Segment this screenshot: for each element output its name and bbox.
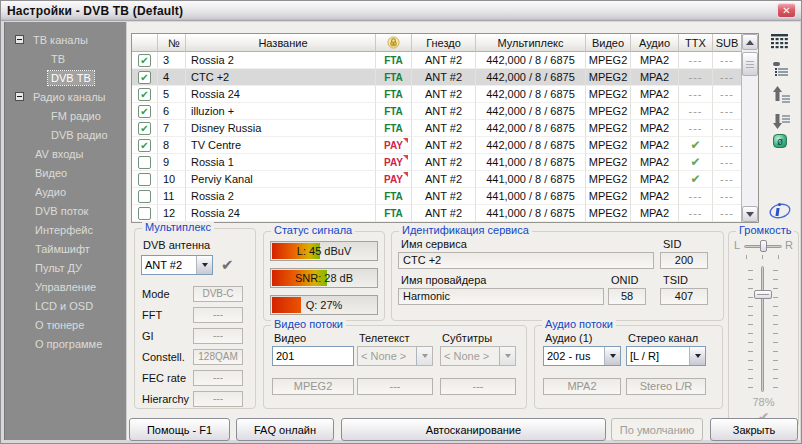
chevron-down-icon[interactable] bbox=[604, 347, 620, 365]
channel-checkbox[interactable]: ✔ bbox=[132, 103, 158, 120]
web-update-icon[interactable] bbox=[770, 131, 790, 151]
channel-row[interactable]: 11Rossia 2FTAANT #2441,000 / 8 / 6875MPE… bbox=[132, 188, 741, 205]
sidebar-item[interactable]: DVB ТВ bbox=[5, 68, 126, 87]
close-button[interactable]: Закрыть bbox=[710, 418, 798, 441]
video-pid-input[interactable]: 201 bbox=[272, 346, 354, 366]
autoscan-button[interactable]: Автосканирование bbox=[341, 418, 606, 441]
channel-row[interactable]: ✔4CTC +2FTAANT #2442,000 / 8 / 6875MPEG2… bbox=[132, 69, 741, 86]
move-up-icon[interactable] bbox=[771, 85, 791, 105]
video-codec-cell: MPEG2 bbox=[586, 205, 631, 222]
scroll-down-icon[interactable] bbox=[742, 206, 758, 222]
channel-row[interactable]: ✔6illuzion +FTAANT #2442,000 / 8 / 6875M… bbox=[132, 103, 741, 120]
channel-checkbox[interactable]: ✔ bbox=[132, 120, 158, 137]
sidebar-item[interactable]: ТВ каналы bbox=[5, 30, 126, 49]
sidebar-item[interactable]: О программе bbox=[5, 334, 126, 353]
sidebar-item[interactable]: DVB поток bbox=[5, 201, 126, 220]
header-name[interactable]: Название bbox=[186, 34, 376, 52]
header-number[interactable]: № bbox=[158, 34, 186, 52]
close-icon[interactable]: ✕ bbox=[777, 3, 796, 18]
video-streams-groupbox: Видео потоки Видео Телетекст Субтитры 20… bbox=[263, 325, 527, 409]
sidebar-item[interactable]: Интерфейс bbox=[5, 220, 126, 239]
volume-slider[interactable] bbox=[761, 266, 764, 392]
tree-collapse-icon[interactable] bbox=[15, 35, 24, 44]
channel-checkbox[interactable]: ✔ bbox=[132, 69, 158, 86]
chevron-down-icon[interactable] bbox=[689, 347, 705, 365]
checkbox-icon[interactable]: ✔ bbox=[138, 54, 151, 67]
titlebar[interactable]: Настройки - DVB ТВ (Default) ✕ bbox=[1, 1, 801, 21]
volume-thumb[interactable] bbox=[754, 290, 772, 299]
tree-collapse-icon[interactable] bbox=[15, 92, 24, 101]
channel-checkbox[interactable]: ✔ bbox=[132, 86, 158, 103]
header-access[interactable] bbox=[376, 34, 412, 52]
access-label: FTA bbox=[376, 86, 412, 103]
chevron-down-icon[interactable] bbox=[196, 256, 212, 274]
channel-checkbox[interactable] bbox=[132, 205, 158, 222]
checkbox-icon[interactable]: ✔ bbox=[138, 105, 151, 118]
header-checkbox-col[interactable] bbox=[132, 34, 158, 52]
sidebar-item[interactable]: DVB радио bbox=[5, 125, 126, 144]
channel-checkbox[interactable] bbox=[132, 188, 158, 205]
header-sub[interactable]: SUB bbox=[713, 34, 741, 52]
channel-row[interactable]: ✔7Disney RussiaFTAANT #2442,000 / 8 / 68… bbox=[132, 120, 741, 137]
sidebar-item[interactable]: Аудио bbox=[5, 182, 126, 201]
checkbox-icon[interactable] bbox=[138, 156, 151, 169]
sidebar-item[interactable]: FM радио bbox=[5, 106, 126, 125]
sidebar-item[interactable]: Радио каналы bbox=[5, 87, 126, 106]
sidebar-item[interactable]: ТВ bbox=[5, 49, 126, 68]
pay-marker-icon bbox=[403, 138, 408, 143]
channel-checkbox[interactable] bbox=[132, 171, 158, 188]
move-down-icon[interactable] bbox=[771, 113, 791, 133]
channel-row[interactable]: 10Perviy KanalPAYANT #2441,000 / 8 / 687… bbox=[132, 171, 741, 188]
info-icon[interactable] bbox=[767, 198, 793, 222]
checkbox-icon[interactable]: ✔ bbox=[138, 71, 151, 84]
antenna-select[interactable]: ANT #2 bbox=[141, 255, 213, 275]
audio-streams-title: Аудио потоки bbox=[542, 318, 616, 330]
channel-row[interactable]: ✔3Rossia 2FTAANT #2442,000 / 8 / 6875MPE… bbox=[132, 52, 741, 69]
header-socket[interactable]: Гнездо bbox=[412, 34, 476, 52]
sidebar-item[interactable]: Видео bbox=[5, 163, 126, 182]
sidebar-item[interactable]: Таймшифт bbox=[5, 239, 126, 258]
header-video[interactable]: Видео bbox=[586, 34, 631, 52]
channel-row[interactable]: 12Rossia 24FTAANT #2441,000 / 8 / 6875MP… bbox=[132, 205, 741, 222]
faq-button[interactable]: FAQ онлайн bbox=[236, 418, 334, 441]
audio-codec-cell: MPA2 bbox=[631, 103, 679, 120]
balance-thumb[interactable] bbox=[760, 240, 767, 252]
sidebar-item[interactable]: Управление bbox=[5, 277, 126, 296]
channel-checkbox[interactable]: ✔ bbox=[132, 52, 158, 69]
channel-checkbox[interactable] bbox=[132, 154, 158, 171]
channel-row[interactable]: ✔8TV CentrePAYANT #2442,000 / 8 / 6875MP… bbox=[132, 137, 741, 154]
channel-properties-icon[interactable] bbox=[771, 58, 791, 78]
checkbox-icon[interactable] bbox=[138, 173, 151, 186]
ttx-cell: ✔ bbox=[679, 171, 713, 188]
checkbox-icon[interactable]: ✔ bbox=[138, 88, 151, 101]
checkbox-icon[interactable]: ✔ bbox=[138, 139, 151, 152]
channel-number: 7 bbox=[158, 120, 186, 137]
channel-row[interactable]: 9Rossia 1PAYANT #2441,000 / 8 / 6875MPEG… bbox=[132, 154, 741, 171]
video-codec-cell: MPEG2 bbox=[586, 103, 631, 120]
sidebar-item-label: Аудио bbox=[32, 185, 69, 199]
scroll-up-icon[interactable] bbox=[742, 34, 758, 50]
checkbox-icon[interactable] bbox=[138, 207, 151, 220]
header-ttx[interactable]: TTX bbox=[679, 34, 713, 52]
sidebar-item[interactable]: Пульт ДУ bbox=[5, 258, 126, 277]
channel-grid-icon[interactable] bbox=[769, 31, 789, 51]
audio-value: 202 - rus bbox=[544, 347, 604, 365]
stereo-select[interactable]: [L / R] bbox=[626, 346, 706, 366]
sidebar-item[interactable]: LCD и OSD bbox=[5, 296, 126, 315]
channel-checkbox[interactable]: ✔ bbox=[132, 137, 158, 154]
audio-codec-cell: MPA2 bbox=[631, 154, 679, 171]
scrollbar-thumb[interactable] bbox=[742, 52, 758, 76]
table-scrollbar[interactable] bbox=[741, 34, 758, 222]
sidebar-item[interactable]: О тюнере bbox=[5, 315, 126, 334]
audio-select[interactable]: 202 - rus bbox=[543, 346, 621, 366]
checkbox-icon[interactable] bbox=[138, 190, 151, 203]
help-button[interactable]: Помощь - F1 bbox=[129, 418, 230, 441]
checkbox-icon[interactable]: ✔ bbox=[138, 122, 151, 135]
channel-grid: № Название Гнездо Мультиплекс Видео Ауди… bbox=[132, 34, 741, 222]
sidebar-item-label: ТВ bbox=[48, 52, 68, 66]
multiplex-field-value: --- bbox=[193, 328, 243, 344]
header-multiplex[interactable]: Мультиплекс bbox=[476, 34, 586, 52]
sidebar-item[interactable]: AV входы bbox=[5, 144, 126, 163]
header-audio[interactable]: Аудио bbox=[631, 34, 679, 52]
channel-row[interactable]: ✔5Rossia 24FTAANT #2442,000 / 8 / 6875MP… bbox=[132, 86, 741, 103]
